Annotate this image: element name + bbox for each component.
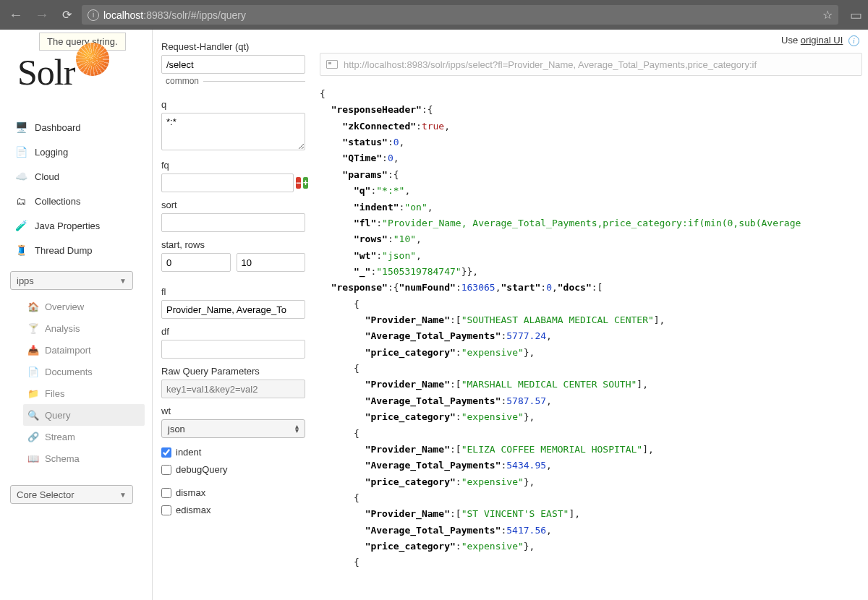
core-dropdown-value: ipps [17, 275, 34, 286]
fq-input[interactable] [161, 173, 294, 192]
url-port: :8983 [143, 9, 169, 21]
qt-input[interactable] [161, 55, 305, 74]
q-label: q [161, 99, 305, 110]
sidebar-item-logging[interactable]: 📄Logging [10, 140, 145, 164]
subnav-item-files[interactable]: 📁Files [23, 382, 145, 404]
fl-input[interactable] [161, 300, 305, 319]
sidebar-item-label: Logging [35, 147, 68, 158]
forward-button[interactable]: → [32, 7, 52, 23]
logging-icon: 📄 [14, 145, 27, 158]
solr-logo[interactable]: Solr [17, 51, 145, 93]
cloud-icon: ☁️ [14, 170, 27, 183]
site-info-icon[interactable]: i [88, 9, 99, 21]
sidebar-item-label: Cloud [35, 171, 59, 182]
q-input[interactable] [161, 113, 305, 150]
subnav-item-label: Query [45, 410, 70, 421]
startrows-label: start, rows [161, 239, 305, 250]
subnav-item-label: Schema [45, 453, 80, 464]
dataimport-icon: 📥 [27, 344, 39, 356]
wt-value: json [168, 424, 185, 434]
result-url[interactable]: http://localhost:8983/solr/ipps/select?f… [320, 53, 862, 76]
query-icon: 🔍 [27, 409, 39, 421]
sidebar-item-collections[interactable]: 🗂Collections [10, 189, 145, 213]
sidebar-item-thread-dump[interactable]: 🧵Thread Dump [10, 238, 145, 262]
sidebar-item-label: Dashboard [35, 122, 81, 133]
url-bar[interactable]: i localhost:8983/solr/#/ipps/query ☆ [82, 5, 838, 25]
common-section-label: common [161, 81, 305, 93]
subnav-item-label: Dataimport [45, 345, 91, 356]
browser-chrome: ← → ⟳ i localhost:8983/solr/#/ipps/query… [0, 0, 868, 30]
indent-checkbox-row[interactable]: indent [161, 447, 305, 458]
sidebar-item-cloud[interactable]: ☁️Cloud [10, 164, 145, 189]
subnav-item-documents[interactable]: 📄Documents [23, 361, 145, 382]
subnav-item-label: Overview [45, 301, 84, 312]
subnav-item-stream[interactable]: 🔗Stream [23, 426, 145, 447]
cast-icon[interactable]: ▭ [850, 7, 862, 23]
sidebar-item-dashboard[interactable]: 🖥️Dashboard [10, 115, 145, 140]
chevron-updown-icon: ▴▾ [295, 424, 299, 433]
json-response: { "responseHeader":{ "zkConnected":true,… [320, 86, 862, 571]
dashboard-icon: 🖥️ [14, 121, 27, 134]
sidebar: Solr 🖥️Dashboard📄Logging☁️Cloud🗂Collecti… [0, 30, 152, 600]
stream-icon: 🔗 [27, 431, 39, 442]
df-input[interactable] [161, 340, 305, 359]
subnav-item-label: Files [45, 388, 64, 399]
start-input[interactable] [161, 253, 231, 272]
subnav-item-overview[interactable]: 🏠Overview [23, 296, 145, 317]
schema-icon: 📖 [27, 453, 39, 464]
raw-params-label: Raw Query Parameters [161, 366, 305, 377]
thread dump-icon: 🧵 [14, 244, 27, 257]
subnav-item-dataimport[interactable]: 📥Dataimport [23, 339, 145, 361]
link-icon [326, 60, 338, 69]
core-selector-dropdown[interactable]: Core Selector ▼ [10, 485, 133, 504]
subnav-item-analysis[interactable]: 🍸Analysis [23, 317, 145, 339]
overview-icon: 🏠 [27, 301, 39, 312]
debugquery-checkbox-row[interactable]: debugQuery [161, 464, 305, 475]
analysis-icon: 🍸 [27, 322, 39, 334]
debugquery-checkbox[interactable] [161, 465, 171, 475]
reload-button[interactable]: ⟳ [58, 8, 76, 22]
java properties-icon: 🧪 [14, 219, 27, 232]
result-url-text: http://localhost:8983/solr/ipps/select?f… [344, 59, 757, 70]
query-form-panel: Request-Handler (qt) common q fq − + sor… [152, 30, 314, 600]
subnav-item-query[interactable]: 🔍Query [23, 404, 145, 426]
core-dropdown[interactable]: ipps ▼ [10, 271, 133, 290]
sidebar-item-label: Java Properties [35, 220, 100, 231]
df-label: df [161, 326, 305, 337]
dismax-checkbox-row[interactable]: dismax [161, 487, 305, 498]
rows-input[interactable] [237, 253, 306, 272]
qt-label: Request-Handler (qt) [161, 41, 305, 52]
fq-label: fq [161, 160, 305, 171]
collections-icon: 🗂 [14, 194, 27, 207]
subnav-item-schema[interactable]: 📖Schema [23, 447, 145, 469]
edismax-label: edismax [176, 505, 210, 515]
raw-params-input[interactable] [161, 380, 305, 398]
core-selector-label: Core Selector [17, 489, 74, 500]
fq-remove-button[interactable]: − [296, 177, 301, 189]
sidebar-item-label: Collections [35, 196, 81, 207]
sort-input[interactable] [161, 213, 305, 232]
url-path: /solr/#/ipps/query [169, 9, 246, 21]
dismax-checkbox[interactable] [161, 488, 171, 498]
edismax-checkbox[interactable] [161, 505, 171, 515]
documents-icon: 📄 [27, 366, 39, 377]
sidebar-item-label: Thread Dump [35, 245, 92, 256]
subnav-item-label: Documents [45, 367, 93, 377]
indent-checkbox[interactable] [161, 447, 171, 458]
results-panel: http://localhost:8983/solr/ipps/select?f… [314, 30, 868, 600]
files-icon: 📁 [27, 387, 39, 399]
edismax-checkbox-row[interactable]: edismax [161, 505, 305, 515]
url-host: localhost [103, 9, 143, 21]
debugquery-label: debugQuery [176, 464, 228, 475]
sidebar-item-java-properties[interactable]: 🧪Java Properties [10, 213, 145, 238]
back-button[interactable]: ← [6, 7, 26, 23]
sort-label: sort [161, 200, 305, 210]
logo-mark-icon [76, 43, 109, 76]
wt-select[interactable]: json ▴▾ [161, 419, 305, 438]
wt-label: wt [161, 406, 305, 416]
bookmark-star-icon[interactable]: ☆ [822, 8, 833, 22]
indent-label: indent [176, 447, 201, 458]
subnav-item-label: Analysis [45, 323, 80, 334]
subnav-item-label: Stream [45, 432, 75, 442]
fq-add-button[interactable]: + [303, 177, 308, 189]
